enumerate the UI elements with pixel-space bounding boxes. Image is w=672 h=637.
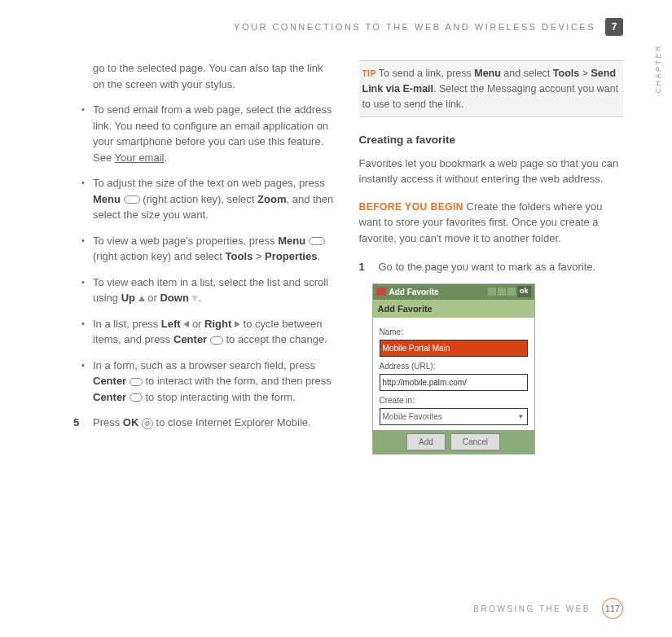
- center-key-icon: [130, 378, 143, 386]
- step-5: 5 Press OK @ to close Internet Explorer …: [73, 415, 338, 431]
- right-arrow-icon: [235, 321, 240, 327]
- tip-box: TIP To send a link, press Menu and selec…: [359, 60, 624, 117]
- url-label: Address (URL):: [380, 360, 528, 372]
- link-your-email[interactable]: Your email: [115, 152, 165, 164]
- bullet-form: In a form, such as a browser search fiel…: [81, 358, 338, 406]
- tip-label: TIP: [362, 69, 376, 78]
- create-in-dropdown[interactable]: Mobile Favorites ▼: [380, 408, 528, 425]
- add-button[interactable]: Add: [406, 433, 446, 450]
- before-label: BEFORE YOU BEGIN: [359, 201, 463, 213]
- bullet-properties: To view a web page's properties, press M…: [81, 233, 338, 265]
- right-action-key-icon: [124, 195, 140, 204]
- intro-text: go to the selected page. You can also ta…: [93, 60, 338, 92]
- right-action-key-icon: [309, 237, 325, 245]
- cancel-button[interactable]: Cancel: [450, 433, 500, 450]
- name-label: Name:: [380, 326, 528, 338]
- bullet-zoom: To adjust the size of the text on web pa…: [81, 175, 338, 223]
- start-flag-icon: [376, 288, 386, 296]
- page-footer: BROWSING THE WEB 117: [473, 598, 623, 619]
- ss-ok-button[interactable]: ok: [517, 286, 531, 297]
- battery-icon: [498, 288, 506, 296]
- create-in-label: Create in:: [380, 394, 528, 406]
- chapter-tab-label: CHAPTER: [653, 44, 665, 94]
- left-column: go to the selected page. You can also ta…: [73, 60, 338, 455]
- up-arrow-icon: [138, 296, 145, 301]
- favorites-intro: Favorites let you bookmark a web page so…: [359, 156, 624, 187]
- name-input[interactable]: Mobile Portal Main: [380, 340, 528, 357]
- footer-section-title: BROWSING THE WEB: [473, 603, 591, 615]
- bullet-list-scroll: To view each item in a list, select the …: [81, 275, 338, 306]
- add-favorite-screenshot: Add Favorite ok Add Favorite Name: Mobil…: [372, 283, 535, 455]
- header-title: YOUR CONNECTIONS TO THE WEB AND WIRELESS…: [234, 20, 595, 34]
- url-input[interactable]: http://mobile.palm.com/: [380, 374, 528, 391]
- chapter-number-badge: 7: [605, 18, 623, 36]
- step-1: 1 Go to the page you want to mark as a f…: [359, 259, 624, 275]
- before-you-begin: BEFORE YOU BEGIN Create the folders wher…: [359, 199, 624, 247]
- ok-key-icon: @: [142, 418, 153, 429]
- dropdown-arrow-icon: ▼: [518, 412, 525, 422]
- center-key-icon: [210, 336, 223, 345]
- ss-title-bar: Add Favorite ok: [373, 284, 534, 300]
- ss-panel-title: Add Favorite: [373, 300, 534, 318]
- bullet-email: To send email from a web page, select th…: [81, 102, 338, 165]
- center-key-icon: [130, 393, 143, 402]
- bullet-list-cycle: In a list, press Left or Right to cycle …: [81, 316, 338, 348]
- section-title: Creating a favorite: [359, 132, 624, 148]
- signal-icon: [488, 288, 496, 296]
- right-column: TIP To send a link, press Menu and selec…: [359, 60, 624, 455]
- page-number: 117: [602, 598, 623, 619]
- status-icon: [507, 288, 516, 296]
